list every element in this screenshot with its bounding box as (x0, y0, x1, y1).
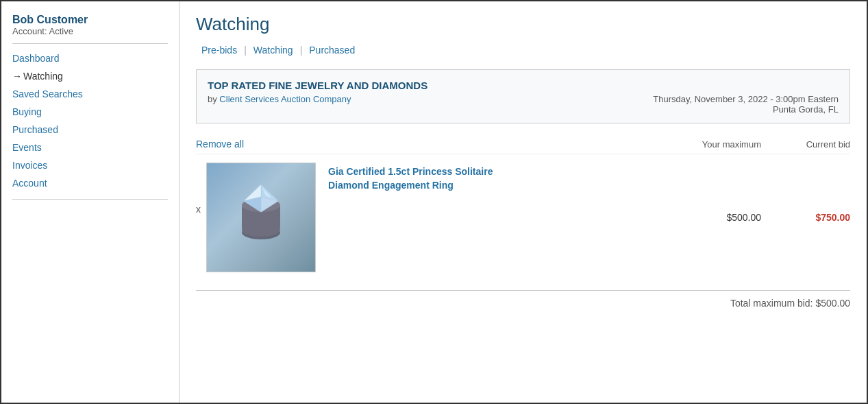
sidebar-bottom-divider (12, 199, 168, 200)
page-title: Watching (196, 14, 850, 35)
auction-date-location: Thursday, November 3, 2022 - 3:00pm East… (653, 94, 839, 115)
item-image-placeholder (207, 163, 315, 272)
sidebar: Bob Customer Account: Active Dashboard→W… (1, 1, 179, 403)
sidebar-top-divider (12, 43, 168, 44)
item-remove-button[interactable]: x (196, 204, 201, 215)
tab-watching[interactable]: Watching (248, 43, 299, 57)
item-image (206, 163, 316, 272)
sidebar-link-events[interactable]: Events (12, 142, 42, 153)
auction-date: Thursday, November 3, 2022 - 3:00pm East… (653, 94, 839, 104)
tab-prebids[interactable]: Pre-bids (196, 43, 243, 57)
sidebar-item-buying[interactable]: Buying (12, 103, 168, 121)
sidebar-item-events[interactable]: Events (12, 139, 168, 156)
sidebar-link-buying[interactable]: Buying (12, 106, 42, 117)
sidebar-link-watching[interactable]: →Watching (12, 71, 63, 82)
auction-title: TOP RATED FINE JEWELRY AND DIAMONDS (208, 80, 839, 91)
item-left: x (196, 163, 672, 272)
item-details: Gia Certified 1.5ct Princess SolitaireDi… (328, 163, 672, 196)
remove-all-link[interactable]: Remove all (196, 139, 244, 150)
col-header-current: Current bid (761, 139, 850, 150)
item-current-bid: $750.00 (761, 212, 850, 223)
sidebar-item-purchased[interactable]: Purchased (12, 121, 168, 139)
ring-illustration (220, 176, 302, 259)
auction-location: Punta Gorda, FL (653, 104, 839, 115)
sidebar-item-dashboard[interactable]: Dashboard (12, 49, 168, 67)
page-wrapper: Bob Customer Account: Active Dashboard→W… (0, 0, 868, 404)
sidebar-username: Bob Customer (12, 14, 168, 26)
item-name: Gia Certified 1.5ct Princess SolitaireDi… (328, 165, 672, 192)
sidebar-item-saved-searches[interactable]: Saved Searches (12, 85, 168, 103)
auction-block: TOP RATED FINE JEWELRY AND DIAMONDS by C… (196, 69, 850, 123)
main-content: Watching Pre-bids|Watching|Purchased TOP… (179, 1, 867, 403)
auction-by-prefix: by (208, 94, 217, 104)
sidebar-link-dashboard[interactable]: Dashboard (12, 53, 60, 64)
sidebar-link-purchased[interactable]: Purchased (12, 124, 58, 135)
sidebar-item-invoices[interactable]: Invoices (12, 156, 168, 174)
tab-separator: | (300, 45, 303, 56)
item-bids: $500.00 $750.00 (672, 212, 850, 223)
sidebar-item-watching[interactable]: →Watching (12, 67, 168, 85)
sidebar-link-invoices[interactable]: Invoices (12, 160, 47, 171)
sidebar-item-account[interactable]: Account (12, 174, 168, 192)
footer-total: Total maximum bid: $500.00 (196, 290, 850, 309)
item-maximum-bid: $500.00 (672, 212, 761, 223)
sidebar-link-saved-searches[interactable]: Saved Searches (12, 88, 83, 99)
sidebar-nav: Dashboard→WatchingSaved SearchesBuyingPu… (12, 49, 168, 192)
col-header-maximum: Your maximum (672, 139, 761, 150)
auction-meta: by Client Services Auction Company Thurs… (208, 94, 839, 115)
sidebar-account-status: Account: Active (12, 26, 168, 36)
auction-by: by Client Services Auction Company (208, 94, 351, 104)
bids-header-row: Remove all Your maximum Current bid (196, 136, 850, 154)
tabs-row: Pre-bids|Watching|Purchased (196, 43, 850, 57)
tab-separator: | (244, 45, 247, 56)
auction-company-link[interactable]: Client Services Auction Company (219, 94, 351, 104)
item-row: x (196, 157, 850, 278)
total-label: Total maximum bid: (730, 298, 813, 309)
total-value: $500.00 (815, 298, 850, 309)
sidebar-link-account[interactable]: Account (12, 178, 47, 189)
arrow-icon: → (12, 71, 22, 82)
tab-purchased[interactable]: Purchased (303, 43, 360, 57)
